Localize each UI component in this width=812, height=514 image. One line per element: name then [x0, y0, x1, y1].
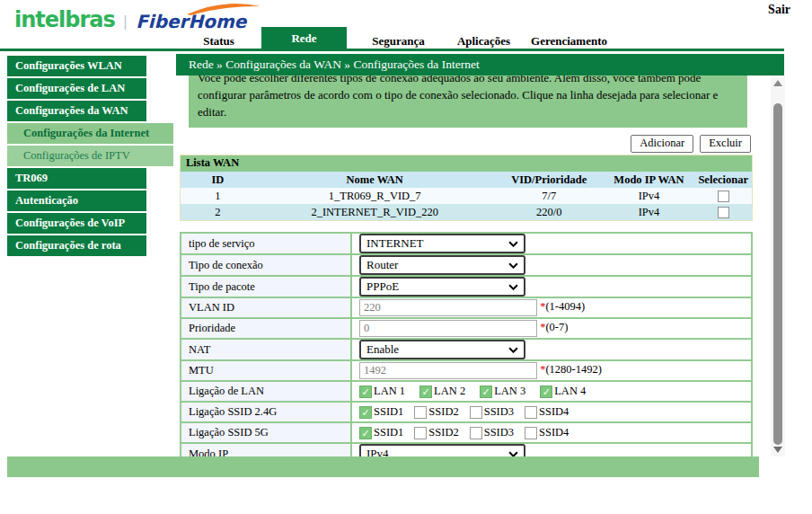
wan-table-header: ID Nome WAN VID/Prioridade Modo IP WAN S… — [181, 172, 752, 188]
col-name: Nome WAN — [255, 172, 495, 188]
lan4-checkbox[interactable]: ✓ — [540, 386, 552, 398]
vertical-scrollbar[interactable] — [771, 75, 785, 456]
sidebar-item-wan[interactable]: Configurações da WAN — [7, 101, 146, 121]
lan3-checkbox[interactable]: ✓ — [480, 386, 492, 398]
mtu-input[interactable] — [359, 362, 537, 379]
connection-type-value: Router — [366, 258, 398, 272]
col-vid: VID/Prioridade — [495, 172, 604, 188]
chevron-down-icon — [508, 241, 518, 247]
lan2-label: LAN 2 — [434, 385, 465, 398]
nat-select[interactable]: Enable — [359, 340, 525, 359]
lan1-checkbox[interactable]: ✓ — [359, 386, 372, 398]
vlan-id-input[interactable] — [359, 299, 537, 316]
lan-binding-group: ✓LAN 1 ✓LAN 2 ✓LAN 3 ✓LAN 4 — [359, 385, 751, 398]
sidebar-item-wlan[interactable]: Configurações WLAN — [7, 56, 146, 76]
ssid24-2-checkbox[interactable] — [414, 406, 427, 419]
ssid24-3-checkbox[interactable] — [470, 406, 482, 419]
packet-type-value: PPPoE — [366, 279, 399, 294]
sidebar-item-iptv-settings[interactable]: Configurações de IPTV — [7, 146, 173, 166]
fiberhome-logo: FiberHome — [136, 11, 253, 32]
ssid5-binding-label: Ligação SSID 5G — [181, 422, 351, 443]
sidebar-item-tr069[interactable]: TR069 — [7, 168, 146, 189]
priority-label: Prioridade — [181, 318, 351, 339]
chevron-down-icon — [508, 262, 518, 269]
lan3-label: LAN 3 — [494, 385, 525, 398]
wan-row-2[interactable]: 2 2_INTERNET_R_VID_220 220/0 IPv4 — [181, 204, 752, 220]
content-viewport: Você pode escolher diferentes tipos de c… — [176, 75, 771, 456]
sidebar-item-internet-settings[interactable]: Configurações da Internet — [7, 123, 173, 144]
ssid5-4-checkbox[interactable] — [525, 427, 537, 439]
ip-mode-value: IPv4 — [366, 447, 389, 456]
wan-row-2-vid: 220/0 — [495, 204, 604, 220]
scroll-down-arrow-icon[interactable] — [773, 447, 782, 453]
wan-list-title: Lista WAN — [181, 155, 752, 172]
ssid24-binding-label: Ligação SSID 2.4G — [181, 402, 351, 422]
ssid5-3-label: SSID3 — [484, 426, 514, 439]
packet-type-label: Tipo de pacote — [181, 276, 351, 297]
priority-hint: (0-7) — [545, 321, 568, 333]
lan-binding-label: Ligação de LAN — [181, 381, 351, 402]
packet-type-select[interactable]: PPPoE — [359, 277, 525, 297]
list-actions: Adicionar Excluir — [176, 135, 751, 153]
wan-row-1-id: 1 — [181, 188, 255, 204]
ssid24-1-label: SSID1 — [374, 405, 403, 419]
priority-input[interactable] — [359, 320, 537, 337]
ssid5-binding-group: ✓SSID1 SSID2 SSID3 SSID4 — [359, 426, 751, 439]
wan-row-2-mode: IPv4 — [604, 204, 695, 220]
service-type-label: tipo de serviço — [181, 233, 351, 254]
ssid5-1-checkbox[interactable]: ✓ — [359, 427, 372, 439]
wan-row-1-checkbox[interactable] — [718, 191, 729, 202]
col-select: Selecionar — [694, 172, 752, 188]
wan-table: ID Nome WAN VID/Prioridade Modo IP WAN S… — [181, 172, 752, 220]
chevron-down-icon — [508, 284, 518, 290]
scrollbar-thumb[interactable] — [773, 103, 782, 445]
ssid24-binding-group: ✓SSID1 SSID2 SSID3 SSID4 — [359, 405, 751, 419]
brand-logo: intelbras | FiberHome — [14, 7, 253, 32]
logo-separator: | — [123, 13, 128, 30]
info-text: Você pode escolher diferentes tipos de c… — [189, 75, 747, 128]
ssid5-4-label: SSID4 — [539, 426, 569, 439]
col-mode: Modo IP WAN — [604, 172, 695, 188]
ssid24-3-label: SSID3 — [484, 405, 514, 419]
sidebar-item-autenticacao[interactable]: Autenticação — [7, 191, 146, 211]
lan4-label: LAN 4 — [554, 385, 586, 398]
ssid5-2-label: SSID2 — [428, 426, 458, 439]
ssid24-4-checkbox[interactable] — [525, 406, 537, 419]
tab-rede[interactable]: Rede — [261, 27, 347, 51]
fiberhome-swoosh-icon — [185, 4, 262, 16]
ssid24-1-checkbox[interactable]: ✓ — [359, 406, 372, 419]
wan-edit-form: tipo de serviço INTERNET Tipo de conexão… — [180, 232, 753, 456]
col-id: ID — [181, 172, 255, 188]
ssid5-3-checkbox[interactable] — [470, 427, 482, 439]
wan-row-2-id: 2 — [181, 204, 255, 220]
service-type-select[interactable]: INTERNET — [359, 234, 525, 253]
ssid24-2-label: SSID2 — [428, 405, 458, 419]
logout-link[interactable]: Sair — [768, 3, 790, 17]
mtu-label: MTU — [181, 360, 351, 381]
sidebar-item-lan[interactable]: Configurações de LAN — [7, 78, 146, 99]
ssid24-4-label: SSID4 — [539, 405, 569, 419]
wan-row-1[interactable]: 1 1_TR069_R_VID_7 7/7 IPv4 — [181, 188, 752, 204]
add-button[interactable]: Adicionar — [631, 135, 693, 153]
chevron-down-icon — [508, 347, 518, 353]
ssid5-2-checkbox[interactable] — [414, 427, 427, 439]
delete-button[interactable]: Excluir — [700, 135, 751, 153]
scroll-up-arrow-icon[interactable] — [773, 80, 782, 86]
sidebar-item-voip[interactable]: Configurações de VoIP — [7, 213, 146, 234]
tabbar-underline — [0, 49, 784, 51]
lan1-label: LAN 1 — [374, 385, 405, 398]
wan-row-2-name: 2_INTERNET_R_VID_220 — [255, 204, 495, 220]
mtu-hint: (1280-1492) — [545, 363, 602, 376]
connection-type-label: Tipo de conexão — [181, 254, 351, 276]
ip-mode-select[interactable]: IPv4 — [359, 444, 525, 456]
sidebar-item-rota[interactable]: Configurações de rota — [7, 235, 146, 256]
wan-row-2-checkbox[interactable] — [718, 207, 729, 218]
wan-row-1-mode: IPv4 — [604, 188, 695, 204]
nat-value: Enable — [366, 342, 399, 357]
lan2-checkbox[interactable]: ✓ — [419, 386, 432, 398]
ip-mode-label: Modo IP — [181, 443, 351, 456]
sidebar: Configurações WLAN Configurações de LAN … — [7, 56, 173, 258]
service-type-value: INTERNET — [366, 236, 424, 251]
vlan-id-hint: (1-4094) — [545, 300, 585, 313]
connection-type-select[interactable]: Router — [359, 255, 525, 275]
